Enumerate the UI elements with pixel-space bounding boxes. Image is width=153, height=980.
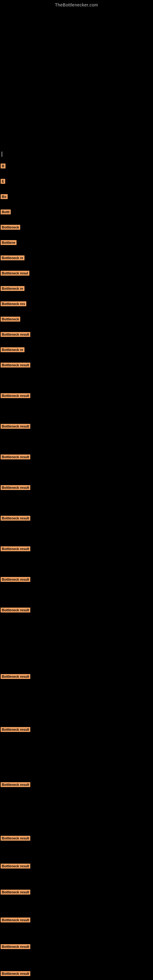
bottleneck-result-label: Bottleneck result [1,455,30,460]
bottleneck-result-label: Bottleneck result [1,577,30,582]
bottleneck-result-label: Bottleneck result [1,864,30,869]
bottleneck-result-label: Bottleneck result [1,674,30,679]
bottleneck-result-label: Bottleneck result [1,363,30,368]
bottleneck-result-label: Bottleneck result [1,332,30,337]
pipe-separator: | [1,151,3,157]
bottleneck-result-label: Bottleneck result [1,608,30,612]
bottleneck-result-label: Bottleneck result [1,782,30,787]
bottleneck-result-label: Bottleneck re [1,286,24,291]
bottleneck-result-label: Bottleneck [1,225,20,230]
bottleneck-result-label: B [1,164,5,169]
bottleneck-result-label: Bottleneck result [1,890,30,894]
bottleneck-result-label: Bottleneck [1,317,20,321]
bottleneck-result-label: E [1,179,5,184]
bottleneck-result-label: Bottl [1,210,11,215]
bottleneck-result-label: Bottleneck result [1,918,30,923]
bottleneck-result-label: Bottleneck result [1,424,30,429]
bottleneck-result-label: Bo [1,194,8,199]
bottleneck-result-label: Bottleneck result [1,393,30,398]
bottleneck-result-label: Bottleneck re [1,255,24,260]
bottleneck-result-label: Bottleneck result [1,516,30,520]
bottleneck-result-label: Bottleneck res [1,301,26,306]
bottleneck-result-label: Bottleneck re [1,347,24,352]
bottleneck-result-label: Bottleneck result [1,836,30,841]
site-title: TheBottlenecker.com [0,0,153,7]
bottleneck-result-label: Bottleneck result [1,944,30,949]
bottleneck-result-label: Bottlene [1,240,16,245]
bottleneck-result-label: Bottleneck result [1,546,30,551]
bottleneck-result-label: Bottleneck result [1,485,30,490]
bottleneck-result-label: Bottleneck resul [1,271,29,275]
bottleneck-result-label: Bottleneck result [1,971,30,976]
bottleneck-result-label: Bottleneck result [1,727,30,732]
